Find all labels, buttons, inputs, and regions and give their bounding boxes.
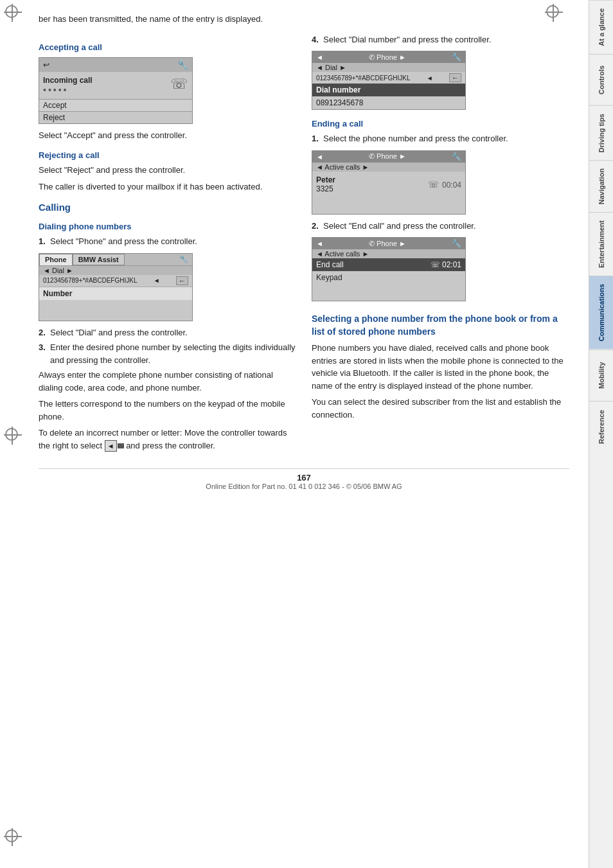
active-calls-row-1: ◄ Active calls ► xyxy=(312,163,465,172)
backspace-icon: ◄ xyxy=(105,440,117,452)
bmw-assist-tab: BMW Assist xyxy=(73,254,125,265)
ending-step-2: 2. Select "End call" and press the contr… xyxy=(312,220,569,233)
page-number: 167 xyxy=(39,473,569,483)
accepting-instruction: Select "Accept" and press the controller… xyxy=(39,129,296,142)
end-screen-empty xyxy=(312,284,465,301)
sidebar-tab-entertainment[interactable]: Entertainment xyxy=(589,212,613,276)
delete-button[interactable]: ← xyxy=(176,276,188,285)
number-field-label: Number xyxy=(39,287,192,300)
accept-button-screen: Accept xyxy=(39,99,192,111)
ending-screen-2: ◄ ✆ Phone ► 🔧 ◄ Active calls ► End call … xyxy=(312,237,466,301)
dial-number-highlighted: Dial number xyxy=(312,84,465,96)
phone-tab: Phone xyxy=(39,254,73,265)
dialing-step-4-list: 4. Select "Dial number" and press the co… xyxy=(312,33,569,46)
dialing-step-2: 2. Select "Dial" and press the controlle… xyxy=(39,326,296,339)
dialing-heading: Dialing phone numbers xyxy=(39,222,296,231)
step3-para3: To delete an incorrect number or letter:… xyxy=(39,427,296,452)
sidebar-tab-communications[interactable]: Communications xyxy=(589,276,613,349)
corner-mark-tr xyxy=(546,5,559,18)
sidebar-right: At a glance Controls Driving tips Naviga… xyxy=(589,0,613,868)
sidebar-tab-navigation[interactable]: Navigation xyxy=(589,160,613,212)
call-screen-empty xyxy=(312,197,465,214)
number-field-empty xyxy=(39,300,192,321)
dialing-steps-list: 1. Select "Phone" and press the controll… xyxy=(39,235,296,248)
dialing-screen-1: Phone BMW Assist 🔧 ◄ Dial ► 0123456789+*… xyxy=(39,253,193,321)
sidebar-tab-mobility[interactable]: Mobility xyxy=(589,350,613,401)
ending-screen-1: ◄ ✆ Phone ► 🔧 ◄ Active calls ► Peter 332… xyxy=(312,150,466,215)
reject-button-screen: Reject xyxy=(39,111,192,123)
active-calls-row-2: ◄ Active calls ► xyxy=(312,249,465,258)
accepting-call-heading: Accepting a call xyxy=(39,42,296,52)
calling-heading: Calling xyxy=(39,202,296,213)
dialing-screen-2: ◄ ✆ Phone ► 🔧 ◄ Dial ► 0123456789+*#ABCD… xyxy=(312,51,466,110)
ending-call-heading: Ending a call xyxy=(312,119,569,128)
incoming-call-label: Incoming call ••••• ☏ xyxy=(39,72,192,99)
selecting-heading: Selecting a phone number from the phone … xyxy=(312,313,569,338)
corner-mark-mid-l xyxy=(5,428,18,441)
page-footer: 167 Online Edition for Part no. 01 41 0 … xyxy=(39,468,569,490)
corner-mark-tl xyxy=(5,5,18,18)
ending-step-2-list: 2. Select "End call" and press the contr… xyxy=(312,220,569,233)
delete-button-2[interactable]: ← xyxy=(449,73,461,82)
step3-para2: The letters correspond to the numbers on… xyxy=(39,398,296,423)
accepting-call-screen: ↩ 🔧 Incoming call ••••• ☏ Accept xyxy=(39,57,193,124)
corner-mark-bl xyxy=(5,829,18,842)
dial-row-2: ◄ Dial ► xyxy=(312,63,465,72)
caller-name: Peter xyxy=(316,175,335,184)
caller-info-1: Peter 3325 ☏ 00:04 xyxy=(312,172,465,197)
dialing-step-4: 4. Select "Dial number" and press the co… xyxy=(312,33,569,46)
sidebar-tab-at-a-glance[interactable]: At a glance xyxy=(589,0,613,54)
dialing-steps-2-3: 2. Select "Dial" and press the controlle… xyxy=(39,326,296,367)
intro-text: ber has been transmitted, the name of th… xyxy=(39,13,569,26)
dialing-step-3: 3. Enter the desired phone number by sel… xyxy=(39,341,296,366)
caller-number: 3325 xyxy=(316,184,335,193)
dial-number-value: 08912345678 xyxy=(312,96,465,109)
selecting-para2: You can select the desired subscriber fr… xyxy=(312,396,569,421)
keypad-row: Keypad xyxy=(312,271,465,284)
step4-container: 4. Select "Dial number" and press the co… xyxy=(312,33,569,111)
selecting-para1: Phone numbers you have dialed, received … xyxy=(312,342,569,392)
rejecting-text1: Select "Reject" and press the controller… xyxy=(39,164,296,177)
rejecting-text2: The caller is diverted to your mailbox i… xyxy=(39,181,296,193)
number-input-row: 0123456789+*#ABCDEFGHIJKL ◄ ← xyxy=(39,275,192,287)
dialing-step-1: 1. Select "Phone" and press the controll… xyxy=(39,235,296,248)
rejecting-call-heading: Rejecting a call xyxy=(39,150,296,160)
dial-row: ◄ Dial ► xyxy=(39,266,192,275)
sidebar-tab-driving-tips[interactable]: Driving tips xyxy=(589,105,613,161)
end-call-row: End call ☏ 02:01 xyxy=(312,258,465,271)
sidebar-tab-controls[interactable]: Controls xyxy=(589,54,613,105)
ending-step-1: 1. Select the phone number and press the… xyxy=(312,132,569,145)
step3-para1: Always enter the complete phone number c… xyxy=(39,369,296,394)
footer-text: Online Edition for Part no. 01 41 0 012 … xyxy=(39,483,569,490)
number-row-2: 0123456789+*#ABCDEFGHIJKL ◄ ← xyxy=(312,72,465,84)
sidebar-tab-reference[interactable]: Reference xyxy=(589,401,613,452)
ending-call-steps: 1. Select the phone number and press the… xyxy=(312,132,569,145)
